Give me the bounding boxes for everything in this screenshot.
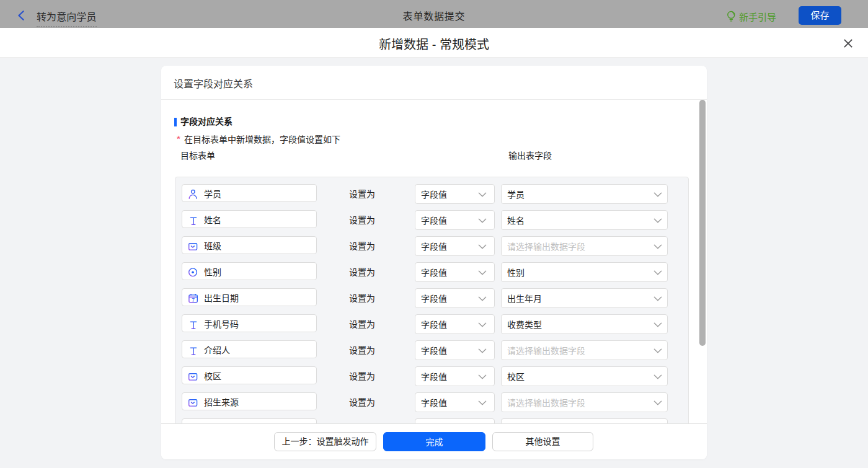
svg-text:7: 7 <box>192 297 195 303</box>
